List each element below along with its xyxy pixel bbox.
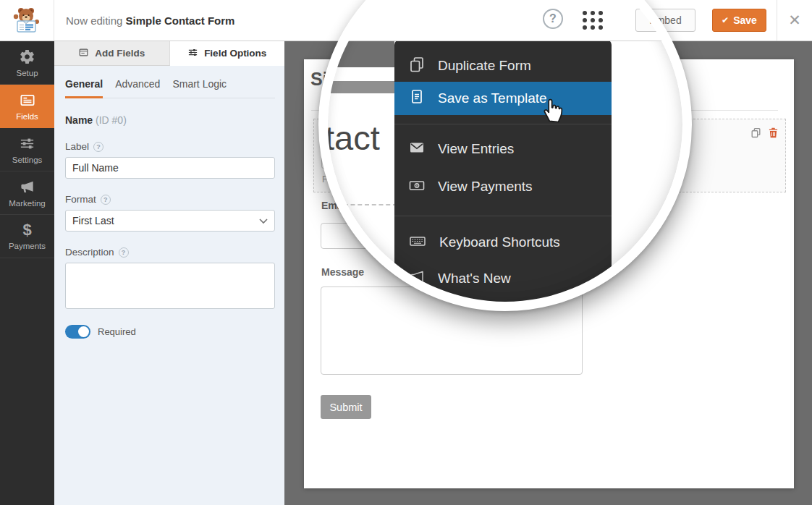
delete-field-icon[interactable] [769, 127, 778, 141]
menu-separator [394, 216, 612, 216]
close-icon[interactable]: ✕ [783, 10, 806, 30]
sliders-icon [19, 135, 35, 152]
megaphone-icon [408, 268, 426, 289]
sidebar-item-settings[interactable]: Settings [0, 128, 54, 171]
description-textarea[interactable] [65, 263, 275, 309]
top-toolbar: Now editing Simple Contact Form ? Embed … [0, 0, 812, 41]
field-options-panel: Add Fields Field Options General Advance… [54, 41, 284, 505]
tab-add-fields[interactable]: Add Fields [54, 41, 170, 66]
required-toggle[interactable] [65, 325, 90, 339]
save-button[interactable]: ✔ Save [712, 9, 766, 32]
builder-sidebar: Setup Fields Settings Marketing $ Paymen… [0, 41, 54, 505]
format-select[interactable]: First Last [65, 210, 275, 232]
menu-item-view-entries[interactable]: View Entries [394, 133, 612, 165]
help-icon[interactable]: ? [101, 195, 111, 205]
option-subtabs: General Advanced Smart Logic [65, 66, 275, 98]
magnified-dashed-border-fragment [337, 204, 397, 205]
submit-button-preview[interactable]: Submit [321, 395, 371, 419]
magnified-title-fragment: tact [328, 118, 380, 158]
required-label: Required [98, 326, 136, 337]
magnified-canvas-fragment [328, 41, 394, 67]
money-bill-icon [408, 177, 426, 198]
toolbar-divider [777, 0, 777, 41]
gear-icon [19, 48, 35, 65]
description-option-label: Description ? [65, 247, 275, 258]
menu-separator [394, 124, 612, 124]
add-fields-icon [78, 47, 89, 60]
builder-dropdown-menu: Duplicate Form Save as Template View Ent… [394, 40, 612, 302]
message-label: Message [321, 266, 364, 278]
menu-grid-icon[interactable] [583, 11, 603, 30]
help-icon[interactable]: ? [93, 142, 103, 152]
keyboard-icon [408, 232, 427, 253]
menu-item-view-payments[interactable]: View Payments [394, 171, 612, 203]
chevron-down-icon [259, 215, 268, 226]
wpforms-builder: Simple Contact Form First Email Message [0, 0, 812, 505]
menu-item-duplicate-form[interactable]: Duplicate Form [394, 50, 612, 82]
form-name: Simple Contact Form [126, 14, 235, 27]
subtab-smart-logic[interactable]: Smart Logic [172, 78, 227, 98]
dollar-icon: $ [22, 222, 31, 238]
help-icon[interactable]: ? [119, 247, 129, 258]
sidebar-item-payments[interactable]: $ Payments [0, 215, 54, 258]
duplicate-field-icon[interactable] [750, 127, 761, 141]
megaphone-icon [19, 179, 36, 195]
menu-item-whats-new[interactable]: What's New [394, 263, 612, 294]
magnified-graybar-fragment [328, 81, 394, 93]
menu-item-keyboard-shortcuts[interactable]: Keyboard Shortcuts [394, 226, 612, 258]
format-option-label: Format ? [65, 194, 275, 205]
label-input[interactable] [65, 157, 275, 179]
hand-pointer-cursor [541, 96, 563, 126]
sliders-icon [187, 47, 198, 60]
wpforms-logo [0, 0, 54, 41]
check-icon: ✔ [722, 15, 729, 25]
form-fields-icon [19, 92, 36, 109]
menu-item-save-as-template[interactable]: Save as Template [394, 82, 612, 115]
tab-field-options[interactable]: Field Options [170, 41, 285, 66]
field-heading: Name (ID #0) [65, 114, 275, 126]
sidebar-item-marketing[interactable]: Marketing [0, 171, 54, 215]
sidebar-item-fields[interactable]: Fields [0, 85, 54, 128]
subtab-general[interactable]: General [65, 78, 103, 98]
document-icon [408, 88, 426, 109]
now-editing-text: Now editing Simple Contact Form [66, 14, 234, 27]
sidebar-item-setup[interactable]: Setup [0, 41, 54, 85]
label-option-label: Label ? [65, 141, 275, 152]
duplicate-icon [408, 56, 426, 77]
envelope-icon [408, 139, 426, 160]
subtab-advanced[interactable]: Advanced [115, 78, 160, 98]
help-icon[interactable]: ? [543, 9, 563, 29]
magnifier-lens-content: tact Duplicate Form Save as Template [328, 0, 682, 302]
embed-button[interactable]: Embed [635, 9, 695, 32]
